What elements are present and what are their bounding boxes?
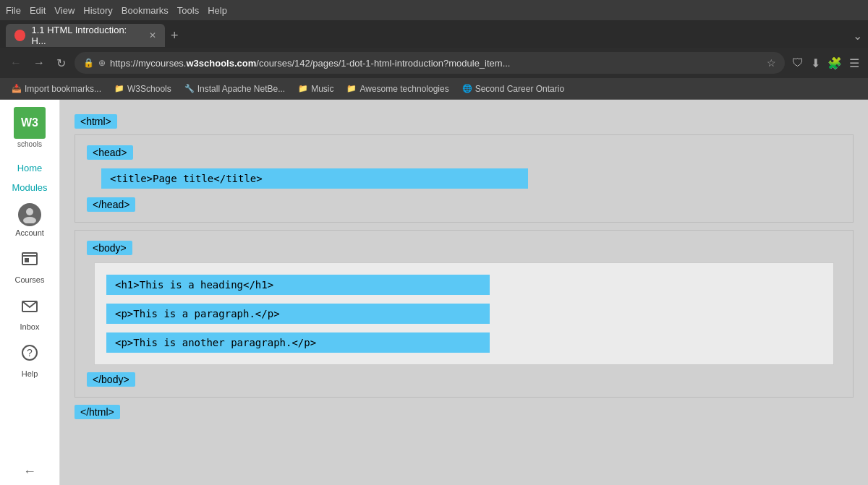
main-area: W3 schools Home Modules Account Courses xyxy=(0,100,868,485)
security-icon: 🔒 xyxy=(83,58,94,68)
forward-button[interactable]: → xyxy=(30,55,48,71)
body-inner-block: <h1>This is a heading</h1> <p>This is a … xyxy=(94,262,834,365)
sidebar-item-help[interactable]: ? Help xyxy=(0,337,59,384)
folder-icon-2: 📁 xyxy=(298,84,308,93)
bookmark-second-career[interactable]: 🌐 Second Career Ontario xyxy=(458,82,569,95)
tool-icon: 🔧 xyxy=(184,84,195,93)
body-close-tag-wrapper: </body> xyxy=(87,372,841,387)
sidebar-item-home[interactable]: Home xyxy=(0,158,59,178)
menu-file[interactable]: File xyxy=(6,5,21,16)
tab-close-button[interactable]: ✕ xyxy=(149,30,156,40)
body-close-tag-text: </body> xyxy=(87,372,135,387)
p2-tag-text: <p>This is another paragraph.</p> xyxy=(106,332,490,353)
html-open-tag-text: <html> xyxy=(75,114,117,129)
folder-icon-3: 📁 xyxy=(346,84,357,93)
menu-bar: File Edit View History Bookmarks Tools H… xyxy=(0,0,868,20)
bookmark-import[interactable]: 📥 Import bookmarks... xyxy=(7,82,106,95)
download-icon[interactable]: ⬇ xyxy=(809,55,822,72)
extensions-icon[interactable]: 🧩 xyxy=(826,55,843,72)
home-link[interactable]: Home xyxy=(17,163,43,173)
account-label: Account xyxy=(15,228,44,237)
shield-icon[interactable]: 🛡 xyxy=(791,55,805,71)
bookmark-apache[interactable]: 🔧 Install Apache NetBe... xyxy=(180,82,289,95)
head-close-tag-text: </head> xyxy=(87,197,135,212)
body-open-tag-text: <body> xyxy=(87,241,132,255)
body-block: <body> <h1>This is a heading</h1> <p>Thi… xyxy=(75,230,854,398)
dns-icon: ⊕ xyxy=(98,58,106,68)
html-close-tag: </html> xyxy=(75,405,854,419)
bookmark-label: Install Apache NetBe... xyxy=(197,84,285,94)
folder-icon: 📁 xyxy=(114,84,124,93)
body-open-tag-wrapper: <body> xyxy=(87,241,841,255)
head-block: <head> <title>Page title</title> </head> xyxy=(75,134,854,223)
bookmarks-bar: 📥 Import bookmarks... 📁 W3Schools 🔧 Inst… xyxy=(0,78,868,100)
head-close-tag-wrapper: </head> xyxy=(87,197,841,212)
bookmark-label: Music xyxy=(311,84,333,94)
modules-link[interactable]: Modules xyxy=(12,182,47,193)
svg-point-2 xyxy=(23,217,36,223)
menu-view[interactable]: View xyxy=(54,5,75,16)
sidebar-item-account[interactable]: Account xyxy=(0,197,59,243)
bookmark-label: W3Schools xyxy=(127,84,171,94)
svg-rect-5 xyxy=(25,258,29,262)
bookmark-label: Import bookmarks... xyxy=(25,84,101,94)
courses-label: Courses xyxy=(15,275,45,284)
inbox-label: Inbox xyxy=(20,322,40,331)
html-close-tag-text: </html> xyxy=(75,405,120,419)
svg-point-0 xyxy=(17,32,24,39)
bookmark-music[interactable]: 📁 Music xyxy=(294,82,338,95)
sidebar-item-inbox[interactable]: Inbox xyxy=(0,290,59,337)
globe-icon: 🌐 xyxy=(462,84,472,93)
p1-wrapper: <p>This is a paragraph.</p> xyxy=(106,304,822,324)
svg-point-1 xyxy=(26,208,33,215)
tab-title: 1.1 HTML Introduction: H... xyxy=(31,25,140,46)
menu-tools[interactable]: Tools xyxy=(177,5,199,16)
reload-button[interactable]: ↻ xyxy=(54,55,69,72)
courses-icon xyxy=(20,249,40,273)
title-wrapper: <title>Page title</title> xyxy=(101,168,827,189)
head-open-tag-text: <head> xyxy=(87,145,133,160)
sidebar-collapse-button[interactable]: ← xyxy=(17,458,42,485)
menu-help[interactable]: Help xyxy=(208,5,227,16)
menu-edit[interactable]: Edit xyxy=(30,5,46,16)
menu-bookmarks[interactable]: Bookmarks xyxy=(122,5,169,16)
w3-schools-text: schools xyxy=(17,140,42,148)
url-text: https://mycourses.w3schools.com/courses/… xyxy=(110,58,762,69)
w3-logo: W3 schools xyxy=(14,107,46,148)
bookmark-label: Second Career Ontario xyxy=(475,84,564,94)
new-tab-button[interactable]: + xyxy=(171,29,179,42)
bookmark-awesome[interactable]: 📁 Awesome technologies xyxy=(342,82,453,95)
sidebar-item-courses[interactable]: Courses xyxy=(0,243,59,290)
account-avatar xyxy=(18,203,41,226)
sidebar-item-modules[interactable]: Modules xyxy=(0,178,59,197)
html-open-tag: <html> xyxy=(75,114,854,129)
svg-text:?: ? xyxy=(27,347,33,359)
active-tab[interactable]: 1.1 HTML Introduction: H... ✕ xyxy=(6,24,165,47)
title-tag-text: <title>Page title</title> xyxy=(101,168,528,189)
p1-tag-text: <p>This is a paragraph.</p> xyxy=(106,304,490,324)
back-button[interactable]: ← xyxy=(7,55,25,71)
toolbar-icons: 🛡 ⬇ 🧩 ☰ xyxy=(791,55,861,72)
menu-icon[interactable]: ☰ xyxy=(848,55,861,72)
inbox-icon xyxy=(20,296,40,320)
bookmark-w3schools[interactable]: 📁 W3Schools xyxy=(110,82,176,95)
tab-bar: 1.1 HTML Introduction: H... ✕ + ⌄ xyxy=(0,20,868,48)
w3-badge: W3 xyxy=(14,107,46,139)
import-icon: 📥 xyxy=(12,84,22,93)
help-label: Help xyxy=(22,369,38,378)
p2-wrapper: <p>This is another paragraph.</p> xyxy=(106,332,822,353)
url-bar[interactable]: 🔒 ⊕ https://mycourses.w3schools.com/cour… xyxy=(75,52,785,74)
bookmark-label: Awesome technologies xyxy=(359,84,448,94)
h1-wrapper: <h1>This is a heading</h1> xyxy=(106,275,822,295)
sidebar: W3 schools Home Modules Account Courses xyxy=(0,100,60,485)
bookmark-star-icon[interactable]: ☆ xyxy=(767,57,776,69)
address-bar: ← → ↻ 🔒 ⊕ https://mycourses.w3schools.co… xyxy=(0,48,868,78)
help-icon: ? xyxy=(20,343,40,367)
tab-favicon xyxy=(14,30,25,41)
tab-overflow-button[interactable]: ⌄ xyxy=(853,29,862,43)
menu-history[interactable]: History xyxy=(83,5,112,16)
h1-tag-text: <h1>This is a heading</h1> xyxy=(106,275,490,295)
content-area: <html> <head> <title>Page title</title> … xyxy=(60,100,868,485)
head-open-tag-wrapper: <head> xyxy=(87,145,841,160)
